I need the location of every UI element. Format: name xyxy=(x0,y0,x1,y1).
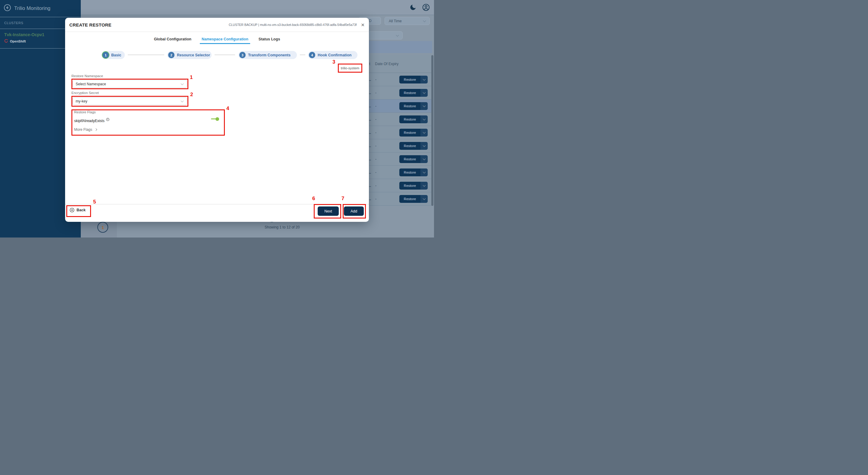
chevron-down-icon xyxy=(396,33,399,36)
chevron-down-icon[interactable] xyxy=(421,155,428,163)
flag-skipifalreadyexists: skipIfAlreadyExists xyxy=(74,119,110,123)
step-connector xyxy=(300,55,305,55)
restore-button[interactable]: Restore xyxy=(399,102,428,110)
encryption-secret-select[interactable]: my-key xyxy=(72,97,187,105)
modal-title: CREATE RESTORE xyxy=(69,22,112,27)
annotation-number-5: 5 xyxy=(93,199,96,205)
annotation-number-3: 3 xyxy=(333,59,335,65)
restore-button[interactable]: Restore xyxy=(399,116,428,123)
scrollbar[interactable] xyxy=(431,55,433,206)
restore-button[interactable]: Restore xyxy=(399,155,428,163)
table-row[interactable]: ...-Restore xyxy=(369,86,431,99)
chevron-down-icon[interactable] xyxy=(421,142,428,150)
annotation-number-1: 1 xyxy=(190,74,193,81)
footer-divider xyxy=(65,204,369,204)
restore-flags-label: Restore Flags xyxy=(74,110,96,114)
annotation-number-7: 7 xyxy=(341,196,344,202)
next-button[interactable]: Next xyxy=(318,207,339,216)
modal-header: CREATE RESTORE CLUSTER BACKUP | multi-ns… xyxy=(65,18,369,32)
chevron-down-icon[interactable] xyxy=(421,116,428,123)
encryption-secret-label: Encryption Secret xyxy=(71,91,99,95)
chevron-down-icon[interactable] xyxy=(421,76,428,84)
restore-button[interactable]: Restore xyxy=(399,195,428,203)
tab-status-logs[interactable]: Status Logs xyxy=(258,37,280,44)
step-resource-selector[interactable]: 2 Resource Selector xyxy=(167,51,212,59)
table-row[interactable]: ...-Restore xyxy=(369,192,431,205)
restore-button[interactable]: Restore xyxy=(399,142,428,150)
table-row[interactable]: ...-Restore xyxy=(369,73,431,86)
annotation-number-4: 4 xyxy=(226,105,229,112)
annotation-number-6: 6 xyxy=(312,196,315,202)
restore-button[interactable]: Restore xyxy=(399,168,428,176)
cluster-platform: OpenShift xyxy=(10,39,26,43)
app-title: Trilio Monitoring xyxy=(14,5,50,11)
table-row[interactable]: ...-Restore xyxy=(369,179,431,192)
table-row[interactable]: ...-Restore xyxy=(369,113,431,126)
tab-namespace-configuration[interactable]: Namespace Configuration xyxy=(202,37,248,44)
app-topbar xyxy=(81,0,434,15)
step-connector xyxy=(128,55,164,55)
background-banner xyxy=(367,41,432,53)
step-connector xyxy=(215,55,235,55)
chevron-down-icon xyxy=(181,82,184,85)
chevron-down-icon[interactable] xyxy=(421,89,428,97)
create-restore-modal: CREATE RESTORE CLUSTER BACKUP | multi-ns… xyxy=(65,18,369,222)
table-row[interactable]: ...-Restore xyxy=(369,126,431,139)
chevron-down-icon[interactable] xyxy=(421,168,428,176)
back-button[interactable]: Back xyxy=(70,208,86,213)
step-basic[interactable]: 1 Basic xyxy=(101,51,125,59)
backup-reference: CLUSTER BACKUP | multi-ns-vm-s3-bucket-b… xyxy=(229,23,357,27)
sidebar-header: Trilio Monitoring xyxy=(0,0,81,17)
close-icon[interactable]: ✕ xyxy=(361,23,365,27)
flag-toggle-on[interactable] xyxy=(211,119,218,119)
info-icon[interactable] xyxy=(106,118,110,122)
chevron-right-icon xyxy=(95,128,97,131)
restore-button[interactable]: Restore xyxy=(399,89,428,97)
chevron-down-icon[interactable] xyxy=(421,182,428,190)
table-header: t Date Of Expiry xyxy=(369,55,431,73)
step-hook-confirmation[interactable]: 4 Hook Confirmation xyxy=(308,51,358,59)
restore-button[interactable]: Restore xyxy=(399,182,428,190)
add-button[interactable]: Add xyxy=(344,207,364,216)
modal-tabs: Global Configuration Namespace Configura… xyxy=(65,37,369,44)
step-transform-components[interactable]: 3 Transform Components xyxy=(239,51,297,59)
screen: D All Time ll t Date Of Expiry ...-Resto… xyxy=(0,0,434,238)
table-row-selected[interactable]: ...-Restore xyxy=(369,99,431,113)
restore-namespace-label: Restore Namespace xyxy=(71,74,103,78)
showing-summary: Showing 1 to 12 of 20 xyxy=(265,225,300,229)
backups-table: t Date Of Expiry ...-Restore ...-Restore… xyxy=(369,55,431,206)
openshift-icon xyxy=(4,39,8,43)
chevron-down-icon[interactable] xyxy=(421,129,428,136)
account-icon[interactable] xyxy=(422,4,430,11)
chevron-down-icon[interactable] xyxy=(421,102,428,110)
table-row[interactable]: ...-Restore xyxy=(369,153,431,166)
restore-button[interactable]: Restore xyxy=(399,129,428,136)
table-row[interactable]: ...-Restore xyxy=(369,139,431,153)
column-date-of-expiry: Date Of Expiry xyxy=(375,62,398,66)
chevron-down-icon xyxy=(423,19,426,22)
back-arrow-icon[interactable] xyxy=(4,4,11,13)
dark-mode-moon-icon[interactable] xyxy=(410,4,416,11)
namespace-chip: trilio-system xyxy=(338,64,362,73)
chevron-down-icon[interactable] xyxy=(421,195,428,203)
tab-global-configuration[interactable]: Global Configuration xyxy=(154,37,191,44)
table-row[interactable]: ...-Restore xyxy=(369,166,431,179)
chevron-down-icon xyxy=(181,99,184,102)
pagination-page-1[interactable]: 1 xyxy=(97,222,108,233)
restore-namespace-select[interactable]: Select Namespace xyxy=(72,80,187,88)
annotation-number-2: 2 xyxy=(190,92,193,98)
time-filter-dropdown[interactable]: All Time xyxy=(384,17,430,25)
restore-button[interactable]: Restore xyxy=(399,76,428,84)
more-flags-link[interactable]: More Flags xyxy=(74,127,97,132)
